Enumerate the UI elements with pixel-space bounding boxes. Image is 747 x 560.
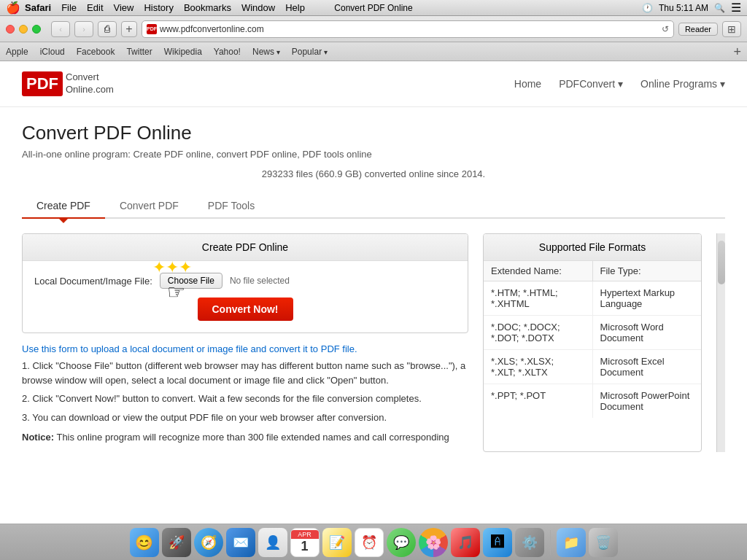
menu-bookmarks[interactable]: Bookmarks xyxy=(184,2,231,13)
instruction-step-2: 2. Click "Convert Now!" button to conver… xyxy=(22,392,468,406)
scrollbar-track[interactable] xyxy=(716,233,725,452)
col-header-type: File Type: xyxy=(593,261,702,281)
forward-button[interactable]: › xyxy=(74,21,93,37)
sidebar-toggle[interactable]: + xyxy=(733,45,741,58)
site-favicon: PDF xyxy=(147,24,157,34)
click-animation: ✦✦✦ Choose File ☞ xyxy=(160,273,222,289)
dock-reminders[interactable]: ⏰ xyxy=(355,528,384,557)
dock: 😊 🚀 🧭 ✉️ 👤 APR 1 📝 ⏰ 💬 🌸 🎵 🅰 ⚙️ 📁 🗑️ xyxy=(0,524,747,560)
bookmark-apple[interactable]: Apple xyxy=(6,47,28,57)
file-input-label: Local Document/Image File: xyxy=(34,276,152,287)
convert-now-button[interactable]: Convert Now! xyxy=(198,298,293,321)
formats-col-headers: Extended Name: File Type: xyxy=(484,261,701,281)
col-header-ext: Extended Name: xyxy=(484,261,593,281)
dock-mail[interactable]: ✉️ xyxy=(226,528,255,557)
dock-sysprefs[interactable]: ⚙️ xyxy=(515,528,544,557)
bookmark-wikipedia[interactable]: Wikipedia xyxy=(164,47,202,57)
menu-window[interactable]: Window xyxy=(241,2,275,13)
bookmarks-bar: Apple iCloud Facebook Twitter Wikipedia … xyxy=(0,42,747,61)
page-title: Convert PDF Online xyxy=(22,122,725,144)
tab-pdf-tools[interactable]: PDF Tools xyxy=(193,194,269,217)
file-input-row: Local Document/Image File: ✦✦✦ Choose Fi… xyxy=(34,273,456,289)
notice-text: Notice: This online program will recogni… xyxy=(22,432,468,443)
bookmark-news[interactable]: News xyxy=(252,47,280,57)
title-bar-left: 🍎 Safari File Edit View History Bookmark… xyxy=(6,1,305,15)
site-nav: Home PDFConvert Online Programs xyxy=(514,78,725,90)
spotlight-icon[interactable]: 🔍 xyxy=(714,3,725,13)
menu-history[interactable]: History xyxy=(144,2,173,13)
left-panel: Create PDF Online Local Document/Image F… xyxy=(22,233,468,452)
choose-file-button[interactable]: Choose File xyxy=(160,273,222,289)
instruction-step-1: 1. Click "Choose File" button (different… xyxy=(22,359,468,387)
url-display: www.pdfconvertonline.com xyxy=(160,24,659,34)
bookmark-yahoo[interactable]: Yahoo! xyxy=(214,47,241,57)
site-header: PDF Convert Online.com Home PDFConvert O… xyxy=(0,61,747,107)
address-bar[interactable]: PDF www.pdfconvertonline.com ↺ xyxy=(142,20,674,38)
menu-help[interactable]: Help xyxy=(285,2,305,13)
stats-line: 293233 files (660.9 GB) converted online… xyxy=(22,168,725,179)
notice-label: Notice: xyxy=(22,432,54,443)
convert-btn-row: Convert Now! xyxy=(34,298,456,321)
menu-safari[interactable]: Safari xyxy=(25,2,51,13)
bookmark-facebook[interactable]: Facebook xyxy=(77,47,115,57)
dock-appstore[interactable]: 🅰 xyxy=(483,528,512,557)
share-button[interactable]: ⎙ xyxy=(98,21,117,37)
tab-indicator xyxy=(58,217,69,223)
apple-menu-icon[interactable]: 🍎 xyxy=(6,1,20,15)
tab-create-pdf[interactable]: Create PDF xyxy=(22,194,105,217)
close-button[interactable] xyxy=(6,25,15,34)
format-row-3: *.PPT; *.POT Microsoft PowerPoint Docume… xyxy=(484,384,701,418)
logo-pdf-badge: PDF xyxy=(22,71,63,96)
instruction-step-3: 3. You can download or view the output P… xyxy=(22,411,468,425)
refresh-button[interactable]: ↺ xyxy=(662,24,669,34)
dock-trash[interactable]: 🗑️ xyxy=(589,528,618,557)
menu-view[interactable]: View xyxy=(114,2,134,13)
fullpage-button[interactable]: ⊞ xyxy=(722,21,741,37)
tab-convert-pdf[interactable]: Convert PDF xyxy=(105,194,193,217)
nav-online-programs[interactable]: Online Programs xyxy=(640,78,725,90)
format-type-2: Microsoft Excel Document xyxy=(593,350,702,384)
format-ext-0: *.HTM; *.HTML; *.XHTML xyxy=(484,281,593,315)
nav-pdfconvert[interactable]: PDFConvert xyxy=(559,78,623,90)
format-ext-1: *.DOC; *.DOCX; *.DOT; *.DOTX xyxy=(484,316,593,349)
format-row-0: *.HTM; *.HTML; *.XHTML Hypertext Markup … xyxy=(484,281,701,316)
clock-icon: 🕐 xyxy=(642,3,653,13)
minimize-button[interactable] xyxy=(19,25,28,34)
tabs-bar: Create PDF Convert PDF PDF Tools xyxy=(22,194,725,219)
formats-table: Supported File Formats Extended Name: Fi… xyxy=(483,233,702,452)
bookmark-twitter[interactable]: Twitter xyxy=(126,47,152,57)
back-button[interactable]: ‹ xyxy=(51,21,70,37)
dock-finder2[interactable]: 📁 xyxy=(557,528,586,557)
dock-separator xyxy=(550,530,551,555)
dock-calendar[interactable]: APR 1 xyxy=(290,528,320,557)
tabs-overview-icon[interactable]: ☰ xyxy=(731,1,741,15)
dock-launchpad[interactable]: 🚀 xyxy=(162,528,191,557)
dock-itunes[interactable]: 🎵 xyxy=(451,528,480,557)
menu-edit[interactable]: Edit xyxy=(87,2,103,13)
system-time: Thu 5:11 AM xyxy=(659,3,708,13)
page-content: Convert PDF Online All-in-one online pro… xyxy=(0,107,747,467)
dock-notes[interactable]: 📝 xyxy=(322,528,352,557)
title-bar: 🍎 Safari File Edit View History Bookmark… xyxy=(0,0,747,16)
menu-bar: Safari File Edit View History Bookmarks … xyxy=(25,2,305,13)
bookmark-popular[interactable]: Popular xyxy=(292,47,328,57)
new-tab-button[interactable]: + xyxy=(121,21,137,37)
menu-file[interactable]: File xyxy=(61,2,77,13)
notice-body: This online program will recognize more … xyxy=(56,432,449,443)
logo-text: Convert Online.com xyxy=(66,71,114,96)
title-bar-right: 🕐 Thu 5:11 AM 🔍 ☰ xyxy=(642,1,741,15)
dock-finder[interactable]: 😊 xyxy=(130,528,159,557)
dock-photos[interactable]: 🌸 xyxy=(419,528,448,557)
main-layout: Create PDF Online Local Document/Image F… xyxy=(22,233,725,452)
dock-contacts[interactable]: 👤 xyxy=(258,528,287,557)
scrollbar-thumb[interactable] xyxy=(718,241,725,284)
nav-home[interactable]: Home xyxy=(514,78,541,90)
site-logo[interactable]: PDF Convert Online.com xyxy=(22,71,114,96)
fullscreen-button[interactable] xyxy=(32,25,41,34)
page-subtitle: All-in-one online program: Create PDF on… xyxy=(22,149,725,160)
no-file-label: No file selected xyxy=(230,276,290,286)
reader-button[interactable]: Reader xyxy=(678,23,718,36)
dock-messages[interactable]: 💬 xyxy=(387,528,416,557)
bookmark-icloud[interactable]: iCloud xyxy=(40,47,65,57)
dock-safari[interactable]: 🧭 xyxy=(194,528,223,557)
